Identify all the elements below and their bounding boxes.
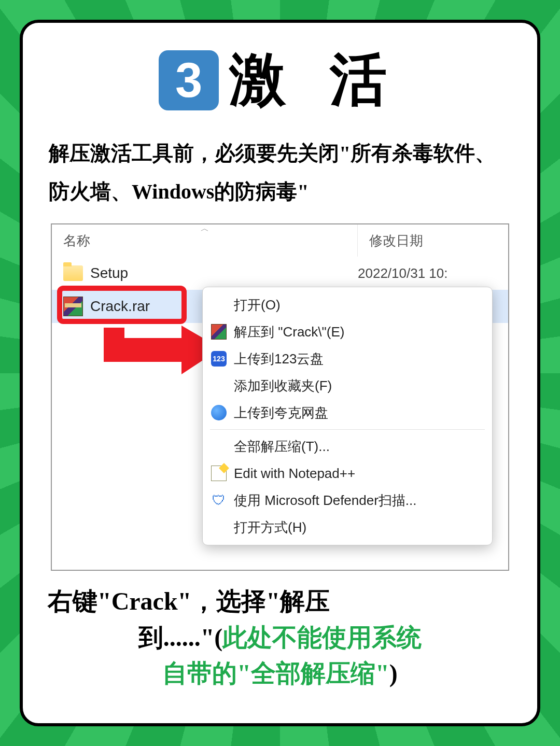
quark-cloud-icon <box>211 405 227 420</box>
highlight-annotation <box>57 286 187 324</box>
footer-part: 右键"Crack"，选择"解压 <box>48 587 330 615</box>
menu-label: 上传到123云盘 <box>234 350 324 368</box>
notepadpp-icon <box>211 466 227 481</box>
menu-label: 解压到 "Crack\"(E) <box>234 323 344 341</box>
column-date-label: 修改日期 <box>369 232 423 250</box>
folder-icon <box>63 265 83 281</box>
defender-shield-icon: 🛡 <box>211 492 227 508</box>
menu-label: 添加到收藏夹(F) <box>234 377 332 395</box>
cloud-123-icon: 123 <box>211 351 227 367</box>
footer-instruction: 右键"Crack"，选择"解压 到......"(此处不能使用系统 自带的"全部… <box>46 583 514 692</box>
footer-green: 此处不能使用系统 <box>222 624 422 651</box>
footer-part: 到......"( <box>138 624 223 651</box>
title-row: 3 激 活 <box>46 41 514 119</box>
menu-item-notepadpp[interactable]: Edit with Notepad++ <box>203 460 492 487</box>
menu-label: 使用 Microsoft Defender扫描... <box>234 491 417 510</box>
explorer-header: ︿ 名称 修改日期 <box>52 224 508 257</box>
step-badge: 3 <box>159 50 219 110</box>
menu-item-open[interactable]: 打开(O) <box>203 291 492 318</box>
menu-item-open-with[interactable]: 打开方式(H) <box>203 514 492 541</box>
column-header-name[interactable]: ︿ 名称 <box>52 224 358 257</box>
context-menu: 打开(O) 解压到 "Crack\"(E) 123 上传到123云盘 添加到收藏… <box>202 287 493 545</box>
sort-indicator-icon: ︿ <box>201 223 209 234</box>
column-header-date[interactable]: 修改日期 <box>358 224 508 257</box>
menu-label: 上传到夸克网盘 <box>234 404 328 422</box>
menu-item-upload-123[interactable]: 123 上传到123云盘 <box>203 345 492 372</box>
menu-item-extract-to[interactable]: 解压到 "Crack\"(E) <box>203 318 492 345</box>
menu-label: 打开(O) <box>234 296 281 314</box>
menu-label: Edit with Notepad++ <box>234 466 355 482</box>
file-row-setup[interactable]: Setup 2022/10/31 10: <box>52 257 508 290</box>
menu-item-upload-quark[interactable]: 上传到夸克网盘 <box>203 399 492 426</box>
menu-label: 全部解压缩(T)... <box>234 438 330 456</box>
file-name: Setup <box>90 265 128 281</box>
file-explorer: ︿ 名称 修改日期 Setup 2022/10/31 10: Crack.rar… <box>51 223 509 571</box>
footer-part: ) <box>389 659 398 687</box>
menu-item-favorite[interactable]: 添加到收藏夹(F) <box>203 372 492 399</box>
winrar-icon <box>211 324 227 340</box>
content-panel: 3 激 活 解压激活工具前，必须要先关闭"所有杀毒软件、防火墙、Windows的… <box>20 20 540 726</box>
menu-label: 打开方式(H) <box>234 518 306 537</box>
column-name-label: 名称 <box>63 232 90 250</box>
instruction-text: 解压激活工具前，必须要先关闭"所有杀毒软件、防火墙、Windows的防病毒" <box>46 134 514 211</box>
menu-item-defender[interactable]: 🛡 使用 Microsoft Defender扫描... <box>203 487 492 514</box>
footer-green: 自带的"全部解压缩" <box>162 659 389 687</box>
file-date: 2022/10/31 10: <box>358 265 448 281</box>
menu-separator <box>210 429 485 430</box>
menu-item-extract-all[interactable]: 全部解压缩(T)... <box>203 433 492 460</box>
page-title: 激 活 <box>229 41 401 119</box>
